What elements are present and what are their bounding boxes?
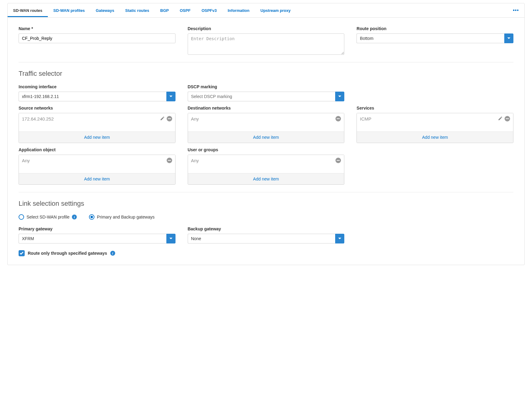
primary-gateway-label: Primary gateway [19, 226, 176, 231]
radio-icon [89, 214, 94, 220]
info-icon[interactable]: i [110, 251, 115, 256]
name-label: Name * [19, 26, 176, 31]
tab-static-routes[interactable]: Static routes [120, 4, 155, 17]
list-item: Any [19, 155, 175, 166]
route-position-value: Bottom [356, 33, 504, 43]
route-only-label: Route only through specified gateways [28, 251, 107, 256]
svg-rect-3 [168, 160, 171, 161]
add-new-item-button[interactable]: Add new item [357, 131, 513, 143]
list-item: Any [188, 155, 344, 166]
edit-icon[interactable] [498, 116, 503, 122]
remove-icon[interactable] [505, 116, 510, 121]
chevron-down-icon[interactable] [166, 234, 176, 243]
tab-information[interactable]: Information [222, 4, 255, 17]
tab-gateways[interactable]: Gateways [90, 4, 120, 17]
incoming-interface-label: Incoming interface [19, 84, 176, 89]
svg-rect-2 [506, 118, 509, 119]
traffic-selector-title: Traffic selector [19, 70, 513, 78]
route-only-checkbox[interactable] [19, 250, 25, 256]
source-networks-label: Source networks [19, 106, 176, 110]
services-label: Services [356, 106, 513, 110]
backup-gateway-select[interactable]: None [188, 234, 345, 243]
primary-gateway-select[interactable]: XFRM [19, 234, 176, 243]
chevron-down-icon[interactable] [504, 33, 513, 43]
remove-icon[interactable] [167, 158, 172, 163]
tab-sdwan-routes[interactable]: SD-WAN routes [8, 4, 48, 17]
tab-more-icon[interactable]: ••• [507, 3, 524, 17]
tab-sdwan-profiles[interactable]: SD-WAN profiles [48, 4, 90, 17]
services-box: ICMP Add new item [356, 113, 513, 143]
svg-rect-4 [337, 160, 340, 161]
remove-icon[interactable] [335, 158, 341, 163]
tab-bar: SD-WAN routes SD-WAN profiles Gateways S… [7, 3, 525, 18]
tab-bgp[interactable]: BGP [155, 4, 174, 17]
source-networks-box: 172.64.240.252 Add new item [19, 113, 176, 143]
remove-icon[interactable] [335, 116, 341, 121]
user-groups-item: Any [191, 158, 199, 163]
application-object-label: Application object [19, 147, 176, 152]
remove-icon[interactable] [167, 116, 172, 121]
application-object-item: Any [22, 158, 30, 163]
user-groups-label: User or groups [188, 147, 345, 152]
destination-networks-label: Destination networks [188, 106, 345, 110]
add-new-item-button[interactable]: Add new item [19, 131, 175, 143]
destination-networks-item: Any [191, 116, 199, 121]
tab-upstream-proxy[interactable]: Upstream proxy [255, 4, 296, 17]
route-position-select[interactable]: Bottom [356, 33, 513, 43]
radio-icon [19, 214, 24, 220]
destination-networks-box: Any Add new item [188, 113, 345, 143]
edit-icon[interactable] [160, 116, 165, 122]
services-item: ICMP [360, 116, 371, 121]
backup-gateway-label: Backup gateway [188, 226, 345, 231]
link-selection-title: Link selection settings [19, 200, 513, 208]
add-new-item-button[interactable]: Add new item [188, 173, 344, 184]
add-new-item-button[interactable]: Add new item [19, 173, 175, 184]
backup-gateway-value: None [188, 234, 335, 243]
svg-rect-0 [168, 118, 171, 119]
incoming-interface-value: xfrm1-192.168.2.11 [19, 92, 166, 101]
user-groups-box: Any Add new item [188, 155, 345, 185]
route-position-label: Route position [356, 26, 513, 31]
dscp-marking-value: Select DSCP marking [188, 92, 335, 101]
incoming-interface-select[interactable]: xfrm1-192.168.2.11 [19, 92, 176, 101]
chevron-down-icon[interactable] [166, 92, 176, 101]
svg-rect-1 [337, 118, 340, 119]
tab-ospfv3[interactable]: OSPFv3 [196, 4, 222, 17]
dscp-marking-label: DSCP marking [188, 84, 345, 89]
radio-sdwan-profile-label: Select SD-WAN profile [27, 215, 69, 219]
list-item: ICMP [357, 113, 513, 124]
list-item: Any [188, 113, 344, 124]
radio-primary-backup[interactable]: Primary and Backup gateways [89, 214, 154, 220]
radio-primary-backup-label: Primary and Backup gateways [97, 215, 154, 219]
description-label: Description [188, 26, 345, 31]
list-item: 172.64.240.252 [19, 113, 175, 124]
radio-sdwan-profile[interactable]: Select SD-WAN profile i [19, 214, 77, 220]
application-object-box: Any Add new item [19, 155, 176, 185]
form-panel: Name * Description Route position Bottom… [7, 18, 525, 265]
chevron-down-icon[interactable] [335, 92, 344, 101]
chevron-down-icon[interactable] [335, 234, 344, 243]
name-input[interactable] [19, 33, 176, 43]
primary-gateway-value: XFRM [19, 234, 166, 243]
source-networks-item: 172.64.240.252 [22, 116, 54, 121]
tab-ospf[interactable]: OSPF [174, 4, 196, 17]
dscp-marking-select[interactable]: Select DSCP marking [188, 92, 345, 101]
info-icon[interactable]: i [72, 215, 77, 219]
description-input[interactable] [188, 33, 345, 55]
add-new-item-button[interactable]: Add new item [188, 131, 344, 143]
